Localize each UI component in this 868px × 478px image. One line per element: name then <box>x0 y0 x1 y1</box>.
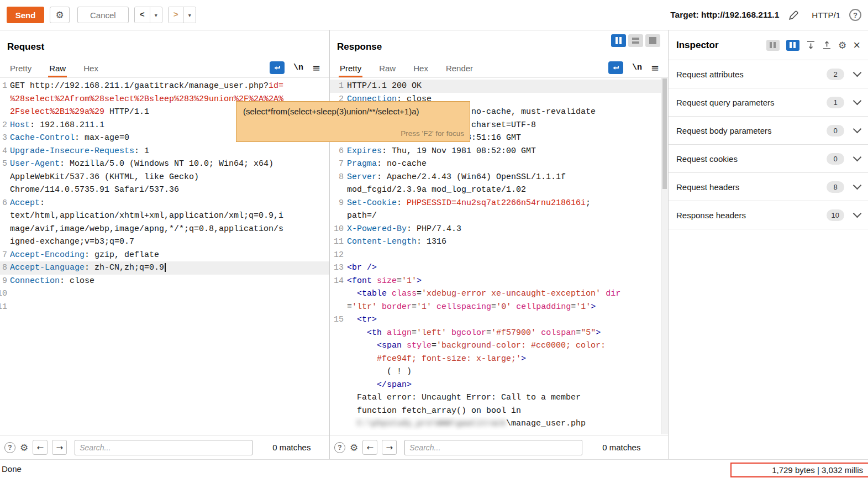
request-panel: Request PrettyRawHex \n ≡ 1GET http://19… <box>0 30 330 459</box>
inspector-dock-left-icon[interactable] <box>766 40 780 51</box>
word-wrap-icon[interactable] <box>270 61 285 74</box>
line-number <box>0 235 7 249</box>
tab-pretty[interactable]: Pretty <box>339 61 362 77</box>
section-label: Response headers <box>676 211 746 220</box>
layout-single-icon[interactable] <box>645 34 660 47</box>
line-number: 10 <box>330 223 344 236</box>
line-number <box>330 417 344 430</box>
tab-hex[interactable]: Hex <box>412 61 429 77</box>
line-number: 1 <box>330 80 344 93</box>
inspector-title: Inspector <box>676 40 719 51</box>
count-badge: 1 <box>827 97 844 108</box>
metrics-text: 1,729 bytes | 3,032 millis <box>772 465 863 475</box>
request-search-bar: ? ⚙ ← → 0 matches <box>0 435 329 459</box>
search-help-icon[interactable]: ? <box>4 442 15 453</box>
chevron-down-icon <box>853 69 862 77</box>
count-badge: 8 <box>827 181 844 193</box>
editor-menu-icon[interactable]: ≡ <box>312 62 320 73</box>
code-line: ='ltr' border='1' cellspacing='0' cellpa… <box>330 301 668 314</box>
toolbar-right: Target: http://192.168.211.1 HTTP/1 ? <box>670 9 861 21</box>
history-forward-dropdown[interactable]: ▾ <box>183 7 196 23</box>
inspector-section-request-headers[interactable]: Request headers8 <box>669 173 868 201</box>
request-tabs: PrettyRawHex <box>1 61 107 77</box>
help-icon[interactable]: ? <box>849 9 861 21</box>
line-number: 8 <box>330 171 344 184</box>
search-next-button[interactable]: → <box>52 440 67 455</box>
search-settings-icon[interactable]: ⚙ <box>350 442 358 453</box>
line-number <box>330 365 344 379</box>
response-panel-title: Response <box>337 41 382 52</box>
history-back-button[interactable]: < <box>135 7 150 23</box>
response-scrollbar[interactable] <box>661 78 668 434</box>
line-number: 6 <box>0 197 7 210</box>
code-line: text/html,application/xhtml+xml,applicat… <box>0 209 329 223</box>
response-match-count: 0 matches <box>602 443 640 452</box>
word-wrap-icon[interactable] <box>608 61 623 74</box>
count-badge: 10 <box>827 209 844 221</box>
editor-menu-icon[interactable]: ≡ <box>651 62 659 73</box>
inspector-section-request-cookies[interactable]: Request cookies0 <box>669 145 868 173</box>
show-newlines-icon[interactable]: \n <box>293 63 303 72</box>
line-number <box>330 339 344 353</box>
code-line: 1HTTP/1.1 200 OK <box>330 80 668 93</box>
code-line: <th align='left' bgcolor='#f57900' colsp… <box>330 327 668 340</box>
code-line: igned-exchange;v=b3;q=0.7 <box>0 235 329 249</box>
tab-raw[interactable]: Raw <box>48 61 67 77</box>
line-number: 2 <box>0 119 7 132</box>
code-line: 5User-Agent: Mozilla/5.0 (Windows NT 10.… <box>0 157 329 171</box>
inspector-section-request-query-parameters[interactable]: Request query parameters1 <box>669 88 868 117</box>
tab-render[interactable]: Render <box>445 61 474 77</box>
response-tabs: PrettyRawHexRender <box>331 61 482 77</box>
inspector-panel: Inspector ⚙ × Request attributes2Request… <box>669 30 868 459</box>
code-line: Chrome/114.0.5735.91 Safari/537.36 <box>0 183 329 197</box>
history-forward-button[interactable]: > <box>169 7 183 23</box>
search-help-icon[interactable]: ? <box>334 442 345 453</box>
text-caret <box>165 263 166 272</box>
section-label: Request query parameters <box>676 98 775 107</box>
history-back-dropdown[interactable]: ▾ <box>150 7 162 23</box>
history-forward-group: > ▾ <box>168 7 196 23</box>
response-panel-header: Response PrettyRawHexRender \n ≡ <box>330 30 668 78</box>
send-options-button[interactable]: ⚙ <box>50 7 70 23</box>
tab-hex[interactable]: Hex <box>82 61 99 77</box>
search-prev-button[interactable]: ← <box>362 440 377 455</box>
section-label: Request body parameters <box>676 126 772 135</box>
collapse-all-icon[interactable] <box>822 40 832 50</box>
code-line: AppleWebKit/537.36 (KHTML, like Gecko) <box>0 171 329 184</box>
search-settings-icon[interactable]: ⚙ <box>20 442 28 453</box>
inspector-section-request-attributes[interactable]: Request attributes2 <box>669 60 868 88</box>
search-prev-button[interactable]: ← <box>33 440 48 455</box>
code-line: #fce94f; font-size: x-large;'> <box>330 353 668 366</box>
send-button[interactable]: Send <box>7 7 44 23</box>
cancel-button[interactable]: Cancel <box>77 7 129 23</box>
request-search-input[interactable] <box>75 440 252 455</box>
line-number: 7 <box>330 157 344 171</box>
line-number: 13 <box>330 261 344 275</box>
inspector-dock-right-icon[interactable] <box>786 40 799 51</box>
layout-rows-icon[interactable] <box>628 34 643 47</box>
inspector-section-response-headers[interactable]: Response headers10 <box>669 201 868 229</box>
code-line: 6Expires: Thu, 19 Nov 1981 08:52:00 GMT <box>330 145 668 158</box>
search-next-button[interactable]: → <box>382 440 397 455</box>
tab-pretty[interactable]: Pretty <box>9 61 33 77</box>
line-number <box>330 183 344 197</box>
scrollbar-thumb[interactable] <box>662 78 667 189</box>
layout-columns-icon[interactable] <box>611 34 626 47</box>
line-number <box>0 106 7 119</box>
show-newlines-icon[interactable]: \n <box>632 63 642 72</box>
line-number <box>0 171 7 184</box>
response-search-input[interactable] <box>404 440 582 455</box>
expand-all-icon[interactable] <box>806 40 816 50</box>
count-badge: 0 <box>827 125 844 136</box>
inspector-section-request-body-parameters[interactable]: Request body parameters0 <box>669 117 868 145</box>
tab-raw[interactable]: Raw <box>378 61 397 77</box>
close-icon[interactable]: × <box>853 39 860 51</box>
count-badge: 0 <box>827 153 844 165</box>
http-version-selector[interactable]: HTTP/1 <box>812 10 840 20</box>
edit-pencil-icon[interactable] <box>788 9 799 21</box>
line-number: 1 <box>0 80 7 93</box>
inspector-header: Inspector ⚙ × <box>669 30 868 60</box>
chevron-down-icon <box>853 97 862 106</box>
inspector-settings-icon[interactable]: ⚙ <box>838 40 846 51</box>
code-line: 10 <box>0 287 329 301</box>
